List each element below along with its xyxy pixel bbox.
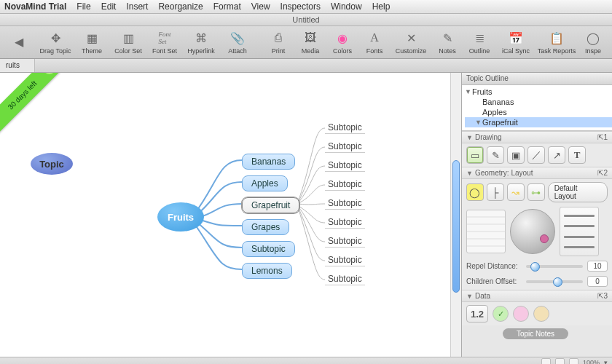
drawing-tool-line[interactable]: ／ [527,146,545,164]
disclosure-icon[interactable]: ▼ [466,134,473,141]
toolbar-drag-topic[interactable]: ✥ Drag Topic [35,30,76,55]
toolbar-hyperlink[interactable]: ⌘ Hyperlink [181,30,221,55]
outline-row-fruits[interactable]: ▼Fruits [465,87,612,97]
drawing-tool-pen[interactable]: ✎ [487,146,504,164]
layout-preview-left[interactable] [466,210,506,253]
default-layout-button[interactable]: Default Layout [548,182,608,202]
mindmap-node-apples[interactable]: Apples [242,175,288,191]
mindmap-subtopic[interactable]: Subtopic [325,255,365,266]
topic-notes-button[interactable]: Topic Notes [503,328,568,339]
toolbar-theme[interactable]: ▦ Theme [76,30,108,55]
toolbar-ical-sync[interactable]: 📅 iCal Sync [495,30,536,55]
menubar: NovaMind Trial File Edit Insert Reorgani… [0,0,612,14]
toolbar-notes[interactable]: ✎ Notes [431,30,463,55]
status-mini-1[interactable] [541,358,551,365]
menu-reorganize[interactable]: Reorganize [158,1,203,12]
geometry-shape-tree[interactable]: ├ [487,183,504,201]
drawing-tool-box[interactable]: ▣ [507,146,525,164]
toolbar-inspectors[interactable]: ◯ Inspe [577,30,609,55]
mindmap-node-bananas[interactable]: Bananas [242,154,295,170]
mindmap-subtopic[interactable]: Subtopic [325,217,365,229]
mindmap-node-topic[interactable]: Topic [31,153,73,175]
canvas-scrollbar[interactable] [450,73,461,357]
layout-dial[interactable] [510,209,555,254]
info-icon[interactable]: i [40,73,58,77]
disclosure-icon[interactable]: ▼ [466,170,473,177]
panel-badge: ⇱2 [597,169,608,177]
data-tag-pink-icon[interactable] [513,306,529,322]
mindmap-canvas[interactable]: 30 days left i [0,73,461,357]
outline-row-apples[interactable]: Apples [465,107,612,117]
drawing-tool-arrow[interactable]: ↗ [548,146,565,164]
toolbar-fonts[interactable]: A Fonts [358,30,391,55]
topic-outline[interactable]: ▼Fruits Bananas Apples ▼Grapefruit [462,85,612,131]
children-offset-slider[interactable] [526,280,583,283]
data-check-icon[interactable]: ✓ [493,306,509,322]
toolbar-media[interactable]: 🖼 Media [294,30,326,55]
mindmap-node-fruits[interactable]: Fruits [157,202,204,232]
geometry-shape-radial[interactable]: ◯ [466,183,484,201]
document-tab[interactable]: ruits [0,59,35,72]
menu-format[interactable]: Format [213,1,241,12]
drag-topic-icon: ✥ [47,30,63,46]
status-mini-3[interactable] [569,358,578,365]
mindmap-node-lemons[interactable]: Lemons [242,263,292,279]
drawing-tool-rect[interactable]: ▭ [466,146,484,164]
mindmap-subtopic[interactable]: Subtopic [325,274,365,285]
mindmap-subtopic[interactable]: Subtopic [325,236,365,248]
panel-drawing-header[interactable]: ▼Drawing ⇱1 [462,132,612,143]
toolbar-media-label: Media [302,47,320,55]
mindmap-subtopic[interactable]: Subtopic [325,122,365,134]
geometry-shape-org[interactable]: ⊶ [527,183,545,201]
menu-view[interactable]: View [251,1,270,12]
disclosure-icon[interactable]: ▼ [466,293,473,300]
panel-geometry-header[interactable]: ▼Geometry: Layout ⇱2 [462,167,612,179]
drawing-tool-text[interactable]: T [568,146,586,164]
mindmap-node-subtopic[interactable]: Subtopic [242,241,295,257]
layout-preview-right[interactable] [560,207,599,256]
children-offset-value[interactable]: 0 [587,276,608,287]
status-mini-2[interactable] [555,358,565,365]
outline-row-label: Fruits [472,87,493,96]
toolbar-attach-label: Attach [228,47,247,55]
toolbar-colors[interactable]: ◉ Colors [326,30,358,55]
menu-insert[interactable]: Insert [126,1,148,12]
outline-row-grapefruit[interactable]: ▼Grapefruit [465,117,612,127]
toolbar-task-reports[interactable]: 📋 Task Reports [536,30,577,55]
scrollbar-thumb[interactable] [452,160,460,293]
mindmap-node-grapes[interactable]: Grapes [242,219,289,235]
repel-distance-value[interactable]: 10 [587,261,608,272]
disclosure-icon[interactable]: ▼ [465,88,472,95]
menu-help[interactable]: Help [372,1,391,12]
outline-row-bananas[interactable]: Bananas [465,97,612,107]
data-tag-tan-icon[interactable] [533,306,549,322]
window-title: Untitled [292,15,319,24]
toolbar-outline[interactable]: ≣ Outline [463,30,495,55]
menu-edit[interactable]: Edit [101,1,117,12]
toolbar-font-set[interactable]: Font Set Font Set [149,30,181,55]
slider-knob[interactable] [553,277,562,287]
toolbar-back[interactable]: ◀ [3,30,35,55]
mindmap-subtopic[interactable]: Subtopic [325,179,365,191]
toolbar-attach[interactable]: 📎 Attach [221,30,254,55]
disclosure-icon[interactable]: ▼ [475,119,482,126]
toolbar-customize[interactable]: ✕ Customize [391,30,431,55]
toolbar-color-set[interactable]: ▥ Color Set [108,30,149,55]
slider-knob[interactable] [530,262,540,272]
mindmap-subtopic[interactable]: Subtopic [325,160,365,172]
menu-file[interactable]: File [76,1,90,12]
dial-knob[interactable] [540,234,549,243]
zoom-dropdown-icon[interactable]: ▾ [604,359,608,364]
mindmap-subtopic[interactable]: Subtopic [325,141,365,153]
trial-ribbon[interactable]: 30 days left i [0,73,63,135]
repel-distance-slider[interactable] [526,265,583,268]
toolbar-print[interactable]: ⎙ Print [262,30,294,55]
menu-inspectors[interactable]: Inspectors [280,1,321,12]
geometry-shape-flow[interactable]: ↝ [507,183,525,201]
zoom-level[interactable]: 100% [583,359,600,364]
mindmap-node-grapefruit[interactable]: Grapefruit [242,197,299,213]
menu-window[interactable]: Window [331,1,362,12]
panel-data-header[interactable]: ▼Data ⇱3 [462,290,612,302]
mindmap-node-label: Subtopic [251,244,286,254]
mindmap-subtopic[interactable]: Subtopic [325,198,365,210]
